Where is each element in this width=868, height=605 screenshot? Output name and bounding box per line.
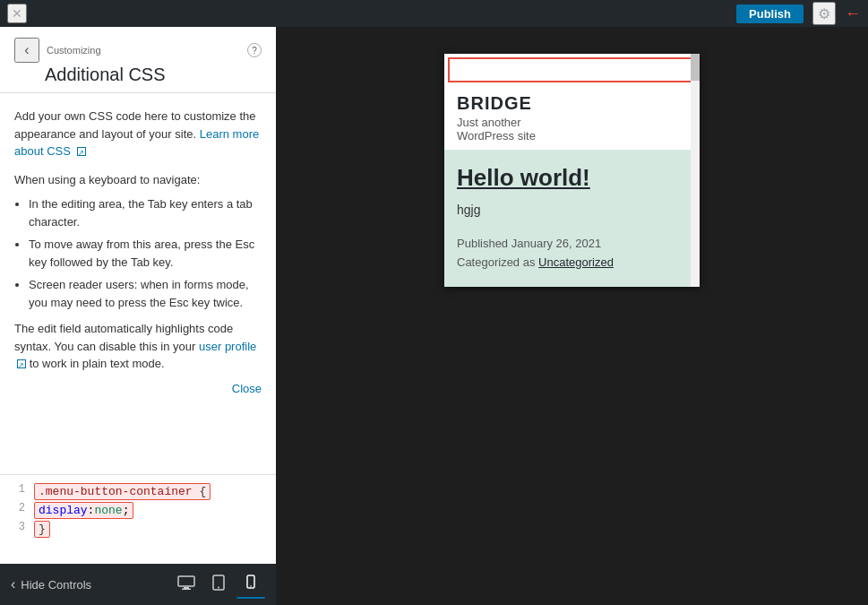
mobile-icon bbox=[246, 575, 255, 592]
preview-frame: BRIDGE Just another WordPress site Hello… bbox=[444, 54, 700, 287]
preview-header-highlight bbox=[448, 57, 696, 82]
settings-gear-button[interactable]: ⚙ bbox=[812, 2, 836, 25]
external-link-icon: ↗ bbox=[77, 147, 86, 156]
tablet-icon bbox=[212, 575, 225, 594]
code-content: } bbox=[34, 521, 50, 538]
code-content: display:none; bbox=[34, 502, 133, 519]
scrollbar-thumb bbox=[691, 54, 700, 81]
code-line-1: 1 .menu-button-container { bbox=[0, 482, 276, 501]
preview-scrollbar[interactable] bbox=[691, 54, 700, 287]
site-tagline: Just another WordPress site bbox=[457, 116, 687, 143]
edit-field-paragraph: The edit field automatically highlights … bbox=[14, 320, 262, 373]
hide-controls-button[interactable]: ‹ Hide Controls bbox=[11, 576, 91, 592]
list-item: To move away from this area, press the E… bbox=[29, 236, 262, 271]
close-help-link[interactable]: Close bbox=[14, 380, 262, 398]
code-line-3: 3 } bbox=[0, 520, 276, 539]
gear-icon: ⚙ bbox=[818, 5, 830, 22]
panel-content: Add your own CSS code here to customize … bbox=[0, 93, 276, 474]
view-mode-icons bbox=[172, 570, 265, 599]
arrow-indicator: ← bbox=[845, 4, 861, 23]
line-number: 2 bbox=[7, 502, 25, 514]
customizing-text: Customizing bbox=[47, 45, 101, 56]
top-bar: ✕ Publish ⚙ ← bbox=[0, 0, 868, 27]
external-link-icon: ↗ bbox=[17, 359, 26, 368]
line-number: 3 bbox=[7, 521, 25, 533]
site-header: BRIDGE Just another WordPress site bbox=[444, 82, 700, 150]
list-item: In the editing area, the Tab key enters … bbox=[29, 195, 262, 230]
svg-rect-2 bbox=[182, 589, 191, 591]
post-meta: Published January 26, 2021 Categorized a… bbox=[457, 235, 687, 272]
desktop-view-button[interactable] bbox=[172, 570, 201, 599]
preview-area: BRIDGE Just another WordPress site Hello… bbox=[276, 27, 868, 605]
preview-content: Hello world! hgjg Published January 26, … bbox=[444, 150, 700, 287]
back-button[interactable]: ‹ bbox=[14, 38, 39, 63]
post-title: Hello world! bbox=[457, 164, 687, 192]
svg-point-6 bbox=[250, 585, 252, 587]
mobile-view-button[interactable] bbox=[236, 570, 265, 599]
keyboard-heading: When using a keyboard to navigate: bbox=[14, 171, 262, 189]
code-content: .menu-button-container { bbox=[34, 483, 211, 500]
tablet-view-button[interactable] bbox=[204, 570, 233, 599]
publish-button[interactable]: Publish bbox=[736, 4, 804, 23]
help-icon[interactable]: ? bbox=[247, 43, 262, 57]
post-excerpt: hgjg bbox=[457, 203, 687, 217]
back-arrow-icon: ‹ bbox=[11, 576, 15, 592]
customizing-label: ‹ Customizing ? bbox=[14, 38, 262, 63]
category-link[interactable]: Uncategorized bbox=[538, 255, 614, 269]
intro-paragraph: Add your own CSS code here to customize … bbox=[14, 108, 262, 160]
main-layout: ‹ Customizing ? Additional CSS Add your … bbox=[0, 27, 868, 605]
svg-point-4 bbox=[218, 587, 219, 589]
site-title: BRIDGE bbox=[457, 93, 687, 114]
line-number: 1 bbox=[7, 483, 25, 496]
panel-bottom-bar: ‹ Hide Controls bbox=[0, 564, 276, 605]
close-customizer-button[interactable]: ✕ bbox=[7, 4, 27, 23]
svg-rect-0 bbox=[178, 576, 194, 586]
left-panel: ‹ Customizing ? Additional CSS Add your … bbox=[0, 27, 276, 605]
panel-header: ‹ Customizing ? Additional CSS bbox=[0, 27, 276, 93]
list-item: Screen reader users: when in forms mode,… bbox=[29, 276, 262, 311]
code-line-2: 2 display:none; bbox=[0, 501, 276, 520]
panel-title: Additional CSS bbox=[14, 65, 262, 85]
keyboard-tips-list: In the editing area, the Tab key enters … bbox=[29, 195, 262, 311]
desktop-icon bbox=[177, 575, 195, 593]
code-editor[interactable]: 1 .menu-button-container { 2 display:non… bbox=[0, 474, 276, 564]
